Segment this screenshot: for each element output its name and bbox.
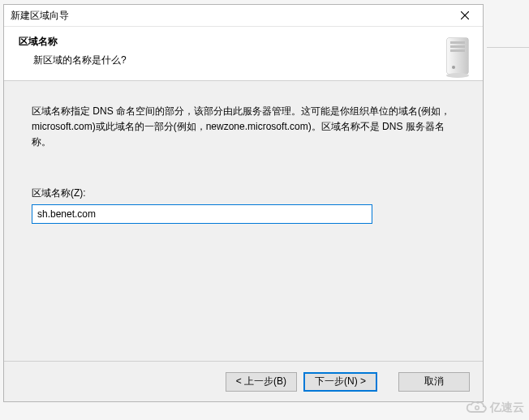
window-title: 新建区域向导 [11,9,69,23]
header-title: 区域名称 [19,35,127,49]
wizard-content: 区域名称指定 DNS 命名空间的部分，该部分由此服务器管理。这可能是你组织单位的… [4,81,483,361]
svg-point-7 [452,66,455,69]
wizard-dialog: 新建区域向导 区域名称 新区域的名称是什么? [3,4,484,402]
server-icon [442,36,473,79]
description-text: 区域名称指定 DNS 命名空间的部分，该部分由此服务器管理。这可能是你组织单位的… [32,104,455,151]
wizard-header: 区域名称 新区域的名称是什么? [4,27,483,81]
svg-point-8 [446,73,469,78]
zone-name-label: 区域名称(Z): [32,186,455,200]
svg-rect-4 [450,41,465,44]
header-subtitle: 新区域的名称是什么? [19,54,127,67]
zone-name-input[interactable] [32,204,372,224]
svg-point-9 [475,406,479,409]
titlebar: 新建区域向导 [4,5,483,27]
close-button[interactable] [446,5,483,26]
svg-rect-5 [450,45,465,48]
button-bar: < 上一步(B) 下一步(N) > 取消 [4,361,483,401]
cancel-button[interactable]: 取消 [398,372,470,392]
svg-rect-6 [450,49,465,52]
header-text: 区域名称 新区域的名称是什么? [19,35,127,80]
background-divider [487,47,529,49]
watermark: 亿速云 [466,401,524,415]
close-icon [461,11,469,19]
watermark-text: 亿速云 [490,401,524,415]
back-button[interactable]: < 上一步(B) [226,372,297,392]
cloud-icon [466,401,487,415]
next-button[interactable]: 下一步(N) > [303,372,377,392]
